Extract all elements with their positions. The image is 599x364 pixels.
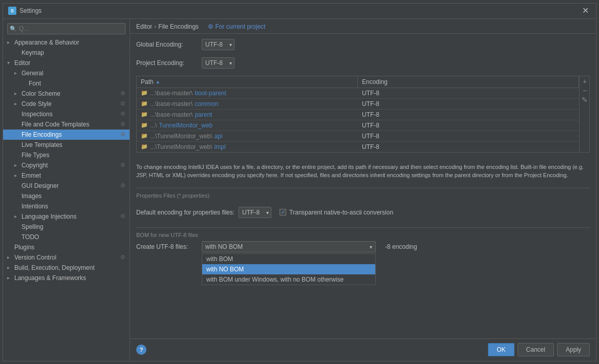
for-project-link[interactable]: ⚙ For current project [208, 23, 265, 30]
properties-encoding-dropdown[interactable]: UTF-8 [239, 207, 271, 218]
sidebar-item-font[interactable]: Font [3, 78, 130, 89]
bom-option-3[interactable]: with BOM under Windows, with no BOM othe… [202, 274, 375, 285]
cancel-button[interactable]: Cancel [518, 343, 554, 356]
encoding-cell-3: UTF-8 [358, 120, 579, 131]
arrow-editor [7, 60, 12, 66]
sidebar-item-appearance[interactable]: Appearance & Behavior [3, 37, 130, 48]
transparent-label: Transparent native-to-ascii conversion [289, 209, 393, 216]
sidebar-item-file-types[interactable]: File Types [3, 150, 130, 160]
path-suffix: common [195, 100, 218, 108]
bottom-bar: ? OK Cancel Apply [130, 338, 596, 361]
sidebar-label-live-templates: Live Templates [22, 141, 62, 148]
close-button[interactable]: ✕ [580, 6, 591, 16]
sidebar-label-version-control: Version Control [14, 254, 56, 261]
sidebar-label-emmet: Emmet [22, 172, 41, 179]
sidebar-item-copyright[interactable]: Copyright⚙ [3, 160, 130, 170]
edit-button[interactable]: ✎ [581, 96, 589, 104]
ok-button[interactable]: OK [488, 343, 514, 356]
sidebar-item-spelling[interactable]: Spelling [3, 222, 130, 232]
arrow-language-injections [14, 213, 19, 219]
sidebar-item-file-and-code-templates[interactable]: File and Code Templates⚙ [3, 119, 130, 130]
sidebar-label-todo: TODO [22, 233, 39, 241]
sidebar-item-inspections[interactable]: Inspections⚙ [3, 109, 130, 119]
help-button[interactable]: ? [136, 345, 146, 355]
folder-icon: 📁 [141, 90, 148, 96]
sidebar-item-languages-frameworks[interactable]: Languages & Frameworks [3, 273, 130, 283]
table-row[interactable]: 📁...\TunnelMonitor_webUTF-8 [137, 120, 579, 131]
global-encoding-dropdown[interactable]: UTF-8 [202, 39, 234, 50]
arrow-version-control [7, 254, 12, 260]
sidebar-item-emmet[interactable]: Emmet [3, 170, 130, 181]
bom-option-2[interactable]: with NO BOM [202, 264, 375, 274]
sidebar-item-build-execution[interactable]: Build, Execution, Deployment [3, 263, 130, 273]
sidebar-item-version-control[interactable]: Version Control⚙ [3, 252, 130, 263]
encoding-cell-2: UTF-8 [358, 110, 579, 120]
bom-option-1[interactable]: with BOM [202, 254, 375, 264]
path-cell-5: 📁...\TunnelMonitor_web\impl [137, 142, 358, 152]
sidebar-item-todo[interactable]: TODO [3, 232, 130, 242]
arrow-copyright [14, 162, 19, 168]
content-area: Editor › File Encodings ⚙ For current pr… [130, 19, 596, 361]
arrow-emmet [14, 173, 19, 178]
sidebar-item-images[interactable]: Images [3, 191, 130, 201]
dialog-title: Settings [19, 7, 41, 14]
table-row[interactable]: 📁...\base-master\parentUTF-8 [137, 110, 579, 120]
sidebar-item-editor[interactable]: Editor [3, 58, 130, 68]
global-encoding-label: Global Encoding: [136, 41, 198, 48]
breadcrumb: Editor › File Encodings [136, 23, 199, 30]
sidebar-label-color-scheme: Color Scheme [22, 90, 60, 97]
sidebar-item-live-templates[interactable]: Live Templates [3, 140, 130, 150]
sidebar-label-languages-frameworks: Languages & Frameworks [14, 274, 86, 282]
sidebar-item-intentions[interactable]: Intentions [3, 201, 130, 211]
path-prefix: ...\TunnelMonitor_web\ [150, 133, 212, 140]
table-row[interactable]: 📁...\TunnelMonitor_web\implUTF-8 [137, 142, 579, 152]
bom-section-label: BOM for new UTF-8 files [136, 227, 590, 238]
add-button[interactable]: + [581, 77, 589, 85]
table-row[interactable]: 📁...\TunnelMonitor_web\apiUTF-8 [137, 131, 579, 142]
sidebar-label-gui-designer: GUI Designer [22, 182, 59, 189]
project-encoding-dropdown[interactable]: UTF-8 [202, 57, 234, 69]
gear-icon-code-style: ⚙ [120, 100, 125, 107]
path-prefix: ...\base-master\ [150, 111, 192, 118]
sidebar-label-inspections: Inspections [22, 111, 53, 118]
properties-encoding-row: Default encoding for properties files: U… [136, 207, 590, 218]
sidebar-item-general[interactable]: General [3, 68, 130, 78]
arrow-appearance [7, 39, 12, 45]
sidebar-label-keymap: Keymap [22, 49, 44, 56]
sidebar-label-copyright: Copyright [22, 162, 48, 169]
sidebar-item-color-scheme[interactable]: Color Scheme⚙ [3, 89, 130, 99]
encoding-cell-0: UTF-8 [358, 88, 579, 98]
project-encoding-row: Project Encoding: UTF-8 [136, 57, 590, 69]
table-row[interactable]: 📁...\base-master\boot-parentUTF-8 [137, 88, 579, 99]
sidebar-label-intentions: Intentions [22, 203, 48, 210]
create-utf8-label: Create UTF-8 files: [136, 243, 198, 250]
sidebar-item-language-injections[interactable]: Language Injections⚙ [3, 211, 130, 222]
sidebar-item-plugins[interactable]: Plugins [3, 242, 130, 252]
bom-dropdown-container: with NO BOM with BOM with NO BOM with BO… [202, 241, 376, 252]
sidebar-label-language-injections: Language Injections [22, 213, 76, 220]
transparent-checkbox[interactable] [280, 209, 286, 216]
sort-arrow: ▲ [156, 79, 160, 84]
info-text: To change encoding IntelliJ IDEA uses fo… [136, 160, 590, 183]
remove-button[interactable]: − [581, 87, 589, 95]
path-suffix: impl [215, 143, 226, 151]
sidebar-label-plugins: Plugins [14, 244, 34, 251]
arrow-languages-frameworks [7, 275, 12, 281]
apply-button[interactable]: Apply [557, 343, 590, 356]
path-suffix: api [215, 133, 223, 140]
settings-dialog: S Settings ✕ 🔍 Appearance & BehaviorKeym… [3, 3, 596, 361]
sidebar-label-file-types: File Types [22, 152, 49, 159]
path-suffix: boot-parent [195, 90, 226, 97]
bom-dropdown[interactable]: with NO BOM [202, 241, 376, 252]
titlebar-left: S Settings [8, 7, 41, 15]
table-row[interactable]: 📁...\base-master\commonUTF-8 [137, 99, 579, 110]
sidebar-item-file-encodings[interactable]: File Encodings⚙ [3, 130, 130, 140]
sidebar-item-code-style[interactable]: Code Style⚙ [3, 99, 130, 109]
path-cell-0: 📁...\base-master\boot-parent [137, 88, 358, 98]
search-input[interactable] [7, 23, 125, 34]
sidebar-item-keymap[interactable]: Keymap [3, 48, 130, 58]
sidebar-label-editor: Editor [14, 59, 30, 67]
th-path: Path ▲ [137, 76, 358, 88]
sidebar-item-gui-designer[interactable]: GUI Designer⚙ [3, 181, 130, 191]
arrow-build-execution [7, 265, 12, 270]
